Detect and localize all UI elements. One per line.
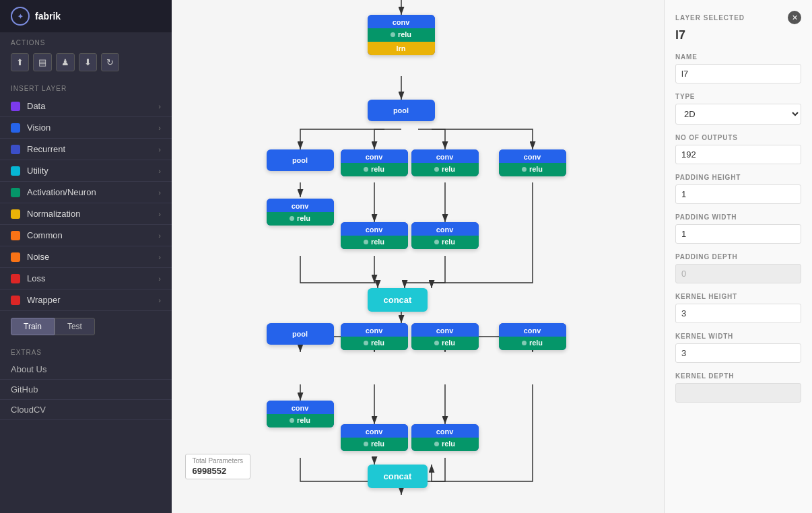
node-conv-r4-left[interactable]: conv relu	[267, 401, 334, 428]
train-test-row: Train Test	[0, 311, 172, 342]
padding-w-label: PADDING WIDTH	[675, 213, 801, 221]
sidebar-item-normalization[interactable]: Normalization ›	[0, 203, 172, 225]
node-concat-2[interactable]: concat	[368, 465, 428, 488]
sidebar-item-wrapper[interactable]: Wrapper ›	[0, 289, 172, 311]
outputs-input[interactable]	[675, 145, 801, 164]
data-chevron-icon: ›	[158, 102, 161, 110]
node-conv-top[interactable]: conv relu lrn	[368, 15, 435, 55]
loss-chevron-icon: ›	[158, 275, 161, 283]
align-button[interactable]: ▤	[33, 53, 52, 71]
normalization-label: Normalization	[27, 209, 80, 219]
extras-label: EXTRAS	[0, 342, 172, 360]
node-pool-r1-left[interactable]: pool	[267, 149, 334, 171]
sidebar-item-activation[interactable]: Activation/Neuron ›	[0, 182, 172, 203]
wrapper-chevron-icon: ›	[158, 296, 161, 304]
upload-button[interactable]: ⬆	[11, 53, 29, 71]
wrapper-label: Wrapper	[27, 295, 61, 305]
node-concat-1[interactable]: concat	[368, 288, 428, 312]
about-us-link[interactable]: About Us	[0, 360, 172, 380]
layer-list: Data › Vision › Recurrent › Utility	[0, 96, 172, 311]
selected-layer-name: l7	[675, 28, 801, 42]
utility-color-dot	[11, 166, 20, 176]
data-label: Data	[27, 101, 45, 111]
cloudcv-link[interactable]: CloudCV	[0, 400, 172, 420]
node-conv-r1-rc[interactable]: conv relu	[411, 149, 479, 176]
sidebar-item-noise[interactable]: Noise ›	[0, 246, 172, 268]
refresh-button[interactable]: ↻	[101, 53, 119, 71]
vision-chevron-icon: ›	[158, 124, 161, 132]
recurrent-color-dot	[11, 145, 20, 154]
node-conv-r2-left[interactable]: conv relu	[267, 199, 334, 226]
person-button[interactable]: ♟	[56, 53, 75, 71]
kernel-h-label: KERNEL HEIGHT	[675, 293, 801, 300]
noise-color-dot	[11, 252, 20, 262]
actions-label: ACTIONS	[0, 32, 172, 50]
vision-color-dot	[11, 123, 20, 133]
outputs-field-label: NO OF OUTPUTS	[675, 134, 801, 141]
node-conv-r3-right[interactable]: conv relu	[499, 323, 566, 350]
common-chevron-icon: ›	[158, 232, 161, 240]
brand-name: fabrik	[35, 11, 61, 22]
params-label: Total Parameters	[193, 457, 244, 465]
normalization-color-dot	[11, 209, 20, 219]
kernel-height-input[interactable]	[675, 304, 801, 323]
panel-header: LAYER SELECTED ✕	[675, 11, 801, 24]
sidebar-item-vision[interactable]: Vision ›	[0, 117, 172, 139]
type-field-label: TYPE	[675, 93, 801, 100]
node-conv-r3-lc[interactable]: conv relu	[341, 323, 408, 350]
kernel-w-label: KERNEL WIDTH	[675, 333, 801, 340]
name-input[interactable]	[675, 64, 801, 83]
sidebar-header: ✦ fabrik	[0, 0, 172, 32]
sidebar-item-common[interactable]: Common ›	[0, 225, 172, 246]
wrapper-color-dot	[11, 296, 20, 305]
arrows-svg	[176, 0, 661, 498]
utility-label: Utility	[27, 166, 48, 176]
activation-chevron-icon: ›	[158, 189, 161, 197]
noise-chevron-icon: ›	[158, 253, 161, 261]
sidebar-item-loss[interactable]: Loss ›	[0, 268, 172, 289]
vision-label: Vision	[27, 123, 50, 133]
activation-color-dot	[11, 188, 20, 197]
sidebar-item-utility[interactable]: Utility ›	[0, 160, 172, 182]
node-conv-r2-lc[interactable]: conv relu	[341, 222, 408, 249]
sidebar-item-data[interactable]: Data ›	[0, 96, 172, 117]
recurrent-label: Recurrent	[27, 144, 65, 154]
noise-label: Noise	[27, 252, 49, 262]
train-tab[interactable]: Train	[11, 318, 55, 335]
github-link[interactable]: GitHub	[0, 380, 172, 400]
download-button[interactable]: ⬇	[79, 53, 97, 71]
node-pool-single[interactable]: pool	[368, 100, 435, 121]
padding-height-input[interactable]	[675, 184, 801, 204]
params-value: 6998552	[193, 466, 244, 476]
sidebar-item-recurrent[interactable]: Recurrent ›	[0, 139, 172, 160]
utility-chevron-icon: ›	[158, 167, 161, 175]
kernel-depth-input	[675, 383, 801, 403]
loss-color-dot	[11, 274, 20, 283]
node-conv-r1-right[interactable]: conv relu	[499, 149, 566, 176]
test-tab[interactable]: Test	[55, 318, 95, 335]
common-label: Common	[27, 230, 63, 240]
kernel-d-label: KERNEL DEPTH	[675, 372, 801, 380]
node-conv-r1-lc[interactable]: conv relu	[341, 149, 408, 176]
right-panel: LAYER SELECTED ✕ l7 NAME TYPE 2D 3D NO O…	[664, 0, 812, 513]
close-button[interactable]: ✕	[788, 11, 801, 24]
node-pool-r3-left[interactable]: pool	[267, 323, 334, 345]
kernel-width-input[interactable]	[675, 343, 801, 363]
padding-d-label: PADDING DEPTH	[675, 253, 801, 261]
activation-label: Activation/Neuron	[27, 187, 96, 197]
type-select[interactable]: 2D 3D	[675, 104, 801, 125]
insert-layer-label: INSERT LAYER	[0, 78, 172, 96]
padding-width-input[interactable]	[675, 224, 801, 244]
params-badge: Total Parameters 6998552	[185, 454, 251, 479]
sidebar: ✦ fabrik ACTIONS ⬆ ▤ ♟ ⬇ ↻ INSERT LAYER …	[0, 0, 172, 513]
common-color-dot	[11, 231, 20, 240]
main-canvas: conv relu lrn pool pool conv relu conv r…	[172, 0, 664, 513]
loss-label: Loss	[27, 273, 45, 283]
data-color-dot	[11, 102, 20, 111]
fabrik-logo-icon: ✦	[11, 7, 30, 26]
node-conv-r2-rc[interactable]: conv relu	[411, 222, 479, 249]
recurrent-chevron-icon: ›	[158, 145, 161, 153]
node-conv-r4-lc[interactable]: conv relu	[341, 424, 408, 451]
node-conv-r3-rc[interactable]: conv relu	[411, 323, 479, 350]
node-conv-r4-rc[interactable]: conv relu	[411, 424, 479, 451]
